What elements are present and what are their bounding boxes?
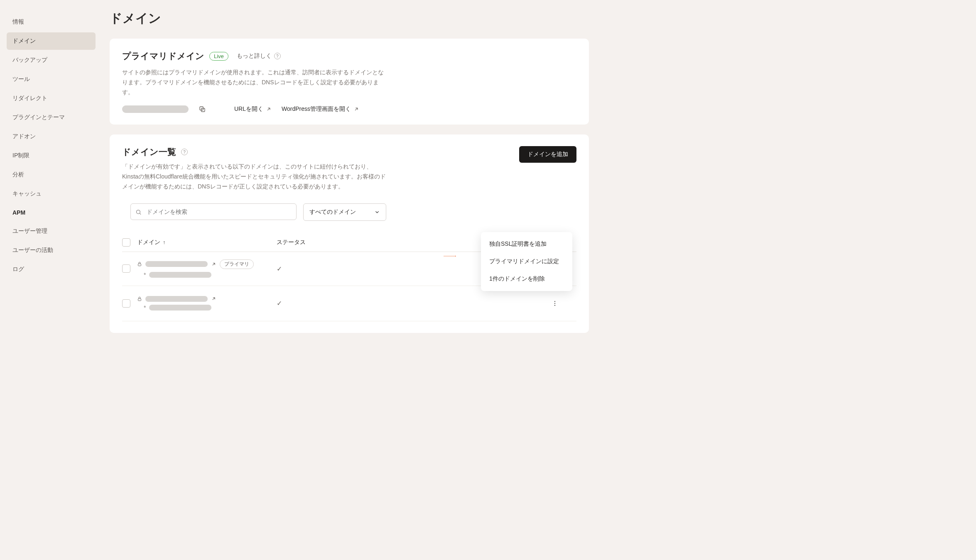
svg-rect-6: [138, 298, 141, 301]
sidebar-item-redirects[interactable]: リダイレクト: [7, 90, 96, 107]
open-url-link[interactable]: URLを開く: [234, 105, 272, 113]
lock-icon: [137, 262, 142, 267]
svg-point-7: [554, 301, 555, 302]
domain-list-title: ドメイン一覧: [122, 146, 176, 158]
help-icon: ?: [274, 53, 281, 59]
svg-rect-3: [138, 264, 141, 266]
sidebar-item-ip-deny[interactable]: IP制限: [7, 147, 96, 164]
annotation-arrow: [419, 255, 481, 257]
svg-marker-5: [455, 256, 456, 257]
external-link-icon[interactable]: [211, 296, 216, 301]
col-header-domain[interactable]: ドメイン ↑: [137, 239, 270, 246]
chevron-down-icon: [374, 209, 380, 215]
svg-point-2: [137, 210, 140, 214]
domain-list-desc: 「ドメインが有効です」と表示されている以下のドメインは、このサイトに紐付けられて…: [122, 162, 388, 191]
table-row: プライマリ * ✓ 独自SSL証明書を追加 プライマリドメインに設定 1件のドメ…: [122, 252, 576, 286]
domain-name-redacted: [145, 296, 208, 302]
primary-domain-desc: サイトの参照にはプライマリドメインが使用されます。これは通常、訪問者に表示するド…: [122, 68, 388, 97]
add-domain-button[interactable]: ドメインを追加: [519, 146, 576, 163]
sidebar-item-backups[interactable]: バックアップ: [7, 51, 96, 69]
dropdown-delete-domain[interactable]: 1件のドメインを削除: [481, 270, 572, 288]
external-link-icon: [266, 106, 272, 112]
page-title: ドメイン: [110, 10, 589, 27]
domain-search-input[interactable]: [130, 203, 297, 220]
sidebar: 情報 ドメイン バックアップ ツール リダイレクト プラグインとテーマ アドオン…: [0, 0, 102, 560]
domain-search-input-wrapper: [130, 203, 297, 221]
row-actions-dropdown: 独自SSL証明書を追加 プライマリドメインに設定 1件のドメインを削除: [481, 232, 572, 291]
sidebar-item-analytics[interactable]: 分析: [7, 166, 96, 183]
wildcard-prefix: *: [144, 271, 146, 278]
wildcard-prefix: *: [144, 304, 146, 311]
select-all-checkbox[interactable]: [122, 238, 130, 247]
main-content: ドメイン プライマリドメイン Live もっと詳しく ? サイトの参照にはプライ…: [102, 0, 601, 560]
dropdown-set-primary[interactable]: プライマリドメインに設定: [481, 253, 572, 270]
lock-icon: [137, 296, 142, 301]
row-checkbox[interactable]: [122, 264, 130, 273]
sidebar-item-addons[interactable]: アドオン: [7, 128, 96, 145]
svg-point-8: [554, 303, 555, 304]
external-link-icon[interactable]: [211, 262, 216, 267]
primary-badge: プライマリ: [220, 259, 254, 269]
search-icon: [135, 209, 142, 215]
svg-point-9: [554, 305, 555, 306]
sort-asc-icon: ↑: [163, 240, 165, 245]
sidebar-item-user-management[interactable]: ユーザー管理: [7, 223, 96, 240]
sidebar-item-domains[interactable]: ドメイン: [7, 32, 96, 50]
sidebar-item-plugins-themes[interactable]: プラグインとテーマ: [7, 109, 96, 126]
learn-more-link[interactable]: もっと詳しく ?: [237, 52, 281, 60]
row-actions-kebab[interactable]: [552, 290, 576, 317]
sidebar-item-apm[interactable]: APM: [7, 204, 96, 221]
sidebar-item-info[interactable]: 情報: [7, 13, 96, 31]
row-checkbox[interactable]: [122, 299, 130, 308]
primary-domain-card: プライマリドメイン Live もっと詳しく ? サイトの参照にはプライマリドメイ…: [110, 39, 589, 125]
sidebar-item-logs[interactable]: ログ: [7, 261, 96, 278]
sidebar-item-user-activity[interactable]: ユーザーの活動: [7, 242, 96, 259]
external-link-icon: [353, 106, 359, 112]
check-icon: ✓: [277, 265, 282, 272]
domain-wildcard-redacted: [149, 272, 211, 278]
live-badge: Live: [209, 52, 228, 61]
sidebar-item-tools[interactable]: ツール: [7, 71, 96, 88]
domain-filter-select[interactable]: すべてのドメイン: [303, 203, 386, 221]
open-wp-admin-link[interactable]: WordPress管理画面を開く: [282, 105, 359, 113]
domain-wildcard-redacted: [149, 305, 211, 311]
check-icon: ✓: [277, 300, 282, 307]
copy-icon[interactable]: [199, 105, 206, 113]
primary-domain-title: プライマリドメイン: [122, 50, 204, 62]
table-row: * ✓: [122, 286, 576, 321]
domain-name-redacted: [145, 261, 208, 267]
help-icon[interactable]: ?: [181, 149, 188, 155]
sidebar-item-cache[interactable]: キャッシュ: [7, 185, 96, 203]
domain-list-card: ドメイン一覧 ? 「ドメインが有効です」と表示されている以下のドメインは、このサ…: [110, 134, 589, 333]
dropdown-add-ssl[interactable]: 独自SSL証明書を追加: [481, 235, 572, 253]
primary-domain-value-redacted: [122, 105, 189, 113]
